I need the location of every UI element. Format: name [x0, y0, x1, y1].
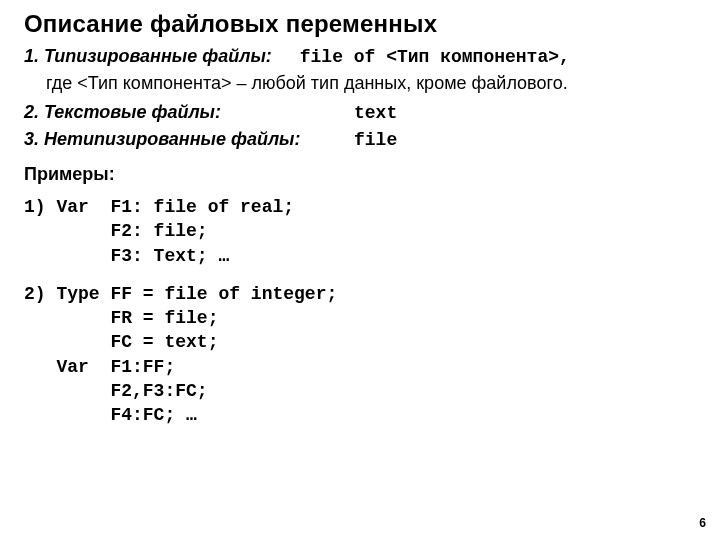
section-2-row: 2. Текстовые файлы: text: [24, 102, 696, 123]
section-2-code: text: [354, 103, 397, 123]
section-1-code: file of <Тип компонента>,: [300, 47, 570, 67]
slide-content: Описание файловых переменных 1. Типизиро…: [0, 0, 720, 452]
section-3-label: 3. Нетипизированные файлы:: [24, 129, 354, 150]
section-1-row: 1. Типизированные файлы: file of <Тип ко…: [24, 46, 696, 67]
section-3-row: 3. Нетипизированные файлы: file: [24, 129, 696, 150]
example-1: 1) Var F1: file of real; F2: file; F3: T…: [24, 195, 696, 268]
examples-heading: Примеры:: [24, 164, 696, 185]
section-2-label: 2. Текстовые файлы:: [24, 102, 354, 123]
section-1-note: где <Тип компонента> – любой тип данных,…: [46, 73, 696, 94]
page-number: 6: [699, 516, 706, 530]
section-1-label: 1. Типизированные файлы:: [24, 46, 272, 67]
page-title: Описание файловых переменных: [24, 10, 696, 38]
section-3-code: file: [354, 130, 397, 150]
example-2: 2) Type FF = file of integer; FR = file;…: [24, 282, 696, 428]
